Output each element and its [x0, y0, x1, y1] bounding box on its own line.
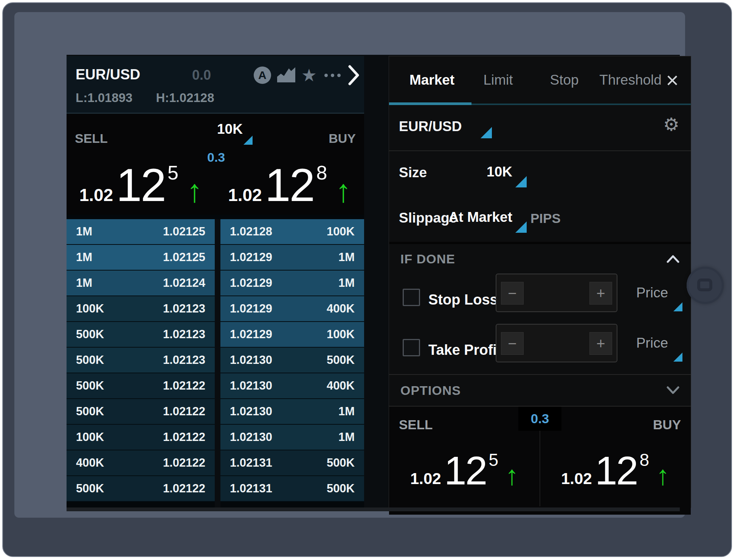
chevron-right-icon[interactable] — [348, 65, 360, 85]
ask-price: 1.02131 — [230, 482, 272, 495]
size-dropdown-triangle-icon[interactable] — [243, 136, 253, 145]
slippage-unit-label: PIPS — [530, 211, 561, 226]
trading-app-window: EUR/USD 0.0 A ★ — [67, 55, 680, 511]
bid-row[interactable]: 500K 1.02123 — [67, 348, 215, 373]
gear-icon[interactable]: ⚙ — [663, 116, 679, 134]
price-dropdown-triangle-icon[interactable] — [673, 302, 682, 311]
stop-loss-price-type[interactable]: Price — [636, 285, 668, 301]
buy-price-prefix: 1.02 — [561, 471, 592, 490]
bid-row[interactable]: 1M 1.02125 — [67, 219, 215, 245]
ask-row[interactable]: 1.02129 1M — [220, 271, 364, 296]
ticket-price-row: 1.02 12 5 ↑ 1.02 12 8 — [389, 431, 691, 510]
plus-button[interactable]: + — [589, 332, 612, 355]
bid-row[interactable]: 500K 1.02123 — [67, 322, 215, 348]
bid-row[interactable]: 500K 1.02122 — [67, 476, 215, 502]
depth-ladder: 1M 1.02125 1M 1.02125 1M 1.02124 100K — [67, 215, 364, 508]
ask-size: 1M — [338, 430, 355, 444]
ask-row[interactable]: 1.02129 1M — [220, 245, 364, 271]
chevron-down-icon[interactable] — [667, 386, 679, 394]
bid-row[interactable]: 100K 1.02122 — [67, 425, 215, 450]
trade-size-selector[interactable]: 10K — [217, 121, 243, 137]
size-dropdown-triangle-icon[interactable] — [515, 176, 527, 187]
sell-button[interactable]: 1.02 12 5 ↑ — [410, 450, 519, 490]
take-profit-stepper[interactable]: − + — [496, 324, 617, 362]
ask-row[interactable]: 1.02131 500K — [220, 476, 364, 502]
bid-row[interactable]: 1M 1.02124 — [67, 271, 215, 296]
ask-row[interactable]: 1.02128 100K — [220, 219, 364, 245]
stop-loss-stepper[interactable]: − + — [496, 274, 617, 312]
tab-market[interactable]: Market — [399, 72, 465, 88]
chevron-up-icon[interactable] — [667, 255, 679, 263]
close-icon[interactable]: × — [664, 69, 681, 91]
bid-size: 500K — [76, 379, 104, 393]
bid-size: 1M — [76, 225, 92, 238]
ticket-symbol-selector[interactable]: EUR/USD — [399, 119, 462, 135]
ask-row[interactable]: 1.02129 400K — [220, 296, 364, 322]
bid-ladder: 1M 1.02125 1M 1.02125 1M 1.02124 100K — [67, 219, 215, 508]
buy-button[interactable]: 1.02 12 8 ↑ — [561, 450, 670, 490]
ask-size: 100K — [327, 225, 355, 238]
sell-button[interactable]: 1.02 12 5 ↑ — [79, 162, 203, 208]
tab-limit[interactable]: Limit — [465, 72, 531, 88]
symbol-dropdown-triangle-icon[interactable] — [481, 127, 492, 138]
more-options-icon[interactable] — [323, 74, 342, 77]
auto-badge-icon[interactable]: A — [254, 67, 271, 84]
minus-button[interactable]: − — [501, 332, 524, 355]
slippage-value-selector[interactable]: At Market — [389, 209, 512, 225]
bid-size: 400K — [76, 456, 104, 470]
ask-row[interactable]: 1.02130 1M — [220, 399, 364, 425]
bid-row[interactable]: 100K 1.02123 — [67, 296, 215, 322]
ask-row[interactable]: 1.02131 500K — [220, 450, 364, 476]
minus-button[interactable]: − — [501, 282, 524, 305]
ask-row[interactable]: 1.02130 1M — [220, 425, 364, 450]
ask-row[interactable]: 1.02130 400K — [220, 373, 364, 399]
top-quote-board: SELL BUY 10K 0.3 1.02 12 5 ↑ — [67, 114, 364, 215]
buy-label: BUY — [653, 417, 681, 432]
ask-price: 1.02130 — [230, 430, 272, 444]
ask-price: 1.02129 — [230, 302, 272, 316]
up-arrow-icon: ↑ — [505, 462, 519, 490]
sell-price-big: 12 — [116, 162, 165, 208]
quote-toolbar: A ★ — [254, 65, 360, 85]
options-label: OPTIONS — [400, 383, 461, 398]
chart-icon[interactable] — [277, 67, 295, 84]
bid-row[interactable]: 1M 1.02125 — [67, 245, 215, 271]
stop-loss-checkbox[interactable] — [403, 289, 420, 306]
order-ticket-panel: Market Limit Stop Threshold × EUR/USD ⚙ … — [389, 56, 691, 508]
sell-half: 1.02 12 5 ↑ — [67, 155, 216, 215]
tab-stop[interactable]: Stop — [531, 72, 597, 88]
bid-row[interactable]: 500K 1.02122 — [67, 399, 215, 425]
slippage-dropdown-triangle-icon[interactable] — [515, 221, 527, 233]
if-done-label: IF DONE — [400, 252, 455, 266]
up-arrow-icon: ↑ — [335, 175, 351, 208]
take-profit-row: Take Profit − + Price — [389, 324, 691, 374]
star-icon[interactable]: ★ — [301, 67, 317, 84]
tablet-frame: EUR/USD 0.0 A ★ — [0, 0, 735, 560]
bid-price: 1.02125 — [163, 251, 205, 264]
bid-size: 100K — [76, 302, 104, 316]
buy-button[interactable]: 1.02 12 8 ↑ — [228, 162, 351, 208]
ask-price: 1.02130 — [230, 379, 272, 393]
ask-price: 1.02129 — [230, 328, 272, 341]
bid-row[interactable]: 400K 1.02122 — [67, 450, 215, 476]
up-arrow-icon: ↑ — [656, 462, 670, 490]
size-value-selector[interactable]: 10K — [389, 164, 512, 180]
take-profit-checkbox[interactable] — [403, 339, 420, 356]
bid-price: 1.02122 — [163, 405, 205, 418]
ask-row[interactable]: 1.02129 100K — [220, 322, 364, 348]
ask-price: 1.02130 — [230, 353, 272, 367]
ask-size: 1M — [338, 251, 355, 264]
auto-badge-letter: A — [258, 69, 267, 82]
tab-threshold[interactable]: Threshold — [597, 72, 664, 88]
price-dropdown-triangle-icon[interactable] — [673, 353, 682, 362]
take-profit-price-type[interactable]: Price — [636, 335, 668, 351]
bid-price: 1.02124 — [163, 276, 205, 290]
ask-size: 100K — [327, 328, 355, 341]
plus-button[interactable]: + — [589, 282, 612, 305]
sell-label: SELL — [75, 131, 108, 146]
home-button[interactable] — [687, 267, 724, 304]
ask-row[interactable]: 1.02130 500K — [220, 348, 364, 373]
buy-price-big: 12 — [595, 450, 637, 490]
sell-label: SELL — [399, 417, 433, 432]
bid-row[interactable]: 500K 1.02122 — [67, 373, 215, 399]
